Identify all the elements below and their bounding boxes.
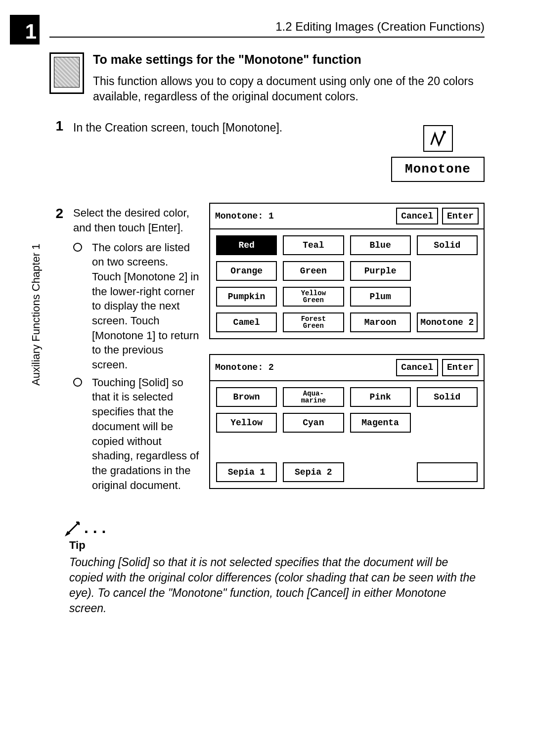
tip-icon: . . .: [64, 519, 485, 537]
empty-cell: [283, 439, 344, 456]
color-sepia-1[interactable]: Sepia 1: [216, 462, 277, 482]
color-pink[interactable]: Pink: [350, 387, 411, 407]
color-sepia-2[interactable]: Sepia 2: [283, 462, 344, 482]
section-thumbnail: [49, 52, 84, 94]
monotone-2-nav-button[interactable]: Monotone 2: [417, 312, 478, 332]
color-green[interactable]: Green: [283, 261, 344, 281]
color-camel[interactable]: Camel: [216, 312, 277, 332]
step-2-number: 2: [49, 206, 63, 222]
color-teal[interactable]: Teal: [283, 235, 344, 255]
color-yellow-green[interactable]: Yellow Green: [283, 287, 344, 307]
bullet-icon: [73, 240, 85, 372]
color-maroon[interactable]: Maroon: [350, 312, 411, 332]
section-description: This function allows you to copy a docum…: [93, 74, 485, 104]
monotone-1-nav-button[interactable]: Monotone 1: [417, 462, 478, 482]
monotone-button[interactable]: Monotone: [391, 157, 485, 182]
monotone-panel-1: Monotone: 1 Cancel Enter Red Teal Blue S…: [209, 203, 485, 339]
empty-cell: [350, 462, 411, 480]
cancel-button[interactable]: Cancel: [396, 359, 438, 376]
panel-2-title: Monotone: 2: [215, 361, 274, 373]
color-blue[interactable]: Blue: [350, 235, 411, 255]
color-magenta[interactable]: Magenta: [350, 413, 411, 433]
page-header: 1.2 Editing Images (Creation Functions): [49, 15, 485, 38]
color-aquamarine[interactable]: Aqua- marine: [283, 387, 344, 407]
solid-toggle[interactable]: Solid: [417, 235, 478, 255]
empty-cell: [417, 287, 478, 305]
step-1-text: In the Creation screen, touch [Monotone]…: [73, 121, 282, 134]
solid-toggle[interactable]: Solid: [417, 387, 478, 407]
color-orange[interactable]: Orange: [216, 261, 277, 281]
step-2-bullet-2: Touching [Solid] so that it is selected …: [92, 375, 199, 493]
monotone-illustration-icon: [423, 125, 453, 152]
empty-cell: [417, 261, 478, 279]
enter-button[interactable]: Enter: [442, 208, 479, 224]
enter-button[interactable]: Enter: [442, 359, 479, 376]
tip-text: Touching [Solid] so that it is not selec…: [69, 555, 485, 616]
svg-point-0: [443, 131, 445, 133]
color-forest-green[interactable]: Forest Green: [283, 312, 344, 332]
color-purple[interactable]: Purple: [350, 261, 411, 281]
empty-cell: [417, 413, 478, 431]
step-1-number: 1: [49, 118, 63, 134]
monotone-panel-2: Monotone: 2 Cancel Enter Brown Aqua- mar…: [209, 354, 485, 489]
cancel-button[interactable]: Cancel: [396, 208, 438, 224]
color-yellow[interactable]: Yellow: [216, 413, 277, 433]
color-brown[interactable]: Brown: [216, 387, 277, 407]
bullet-icon: [73, 375, 85, 493]
tip-heading: Tip: [69, 539, 485, 552]
color-cyan[interactable]: Cyan: [283, 413, 344, 433]
empty-cell: [417, 439, 478, 456]
step-2-intro: Select the desired color, and then touch…: [73, 206, 199, 235]
panel-1-title: Monotone: 1: [215, 210, 274, 222]
section-title: To make settings for the "Monotone" func…: [93, 52, 485, 67]
color-pumpkin[interactable]: Pumpkin: [216, 287, 277, 307]
color-plum[interactable]: Plum: [350, 287, 411, 307]
empty-cell: [216, 439, 277, 456]
color-red[interactable]: Red: [216, 235, 277, 255]
step-2-bullet-1: The colors are listed on two screens. To…: [92, 240, 199, 372]
empty-cell: [350, 439, 411, 456]
